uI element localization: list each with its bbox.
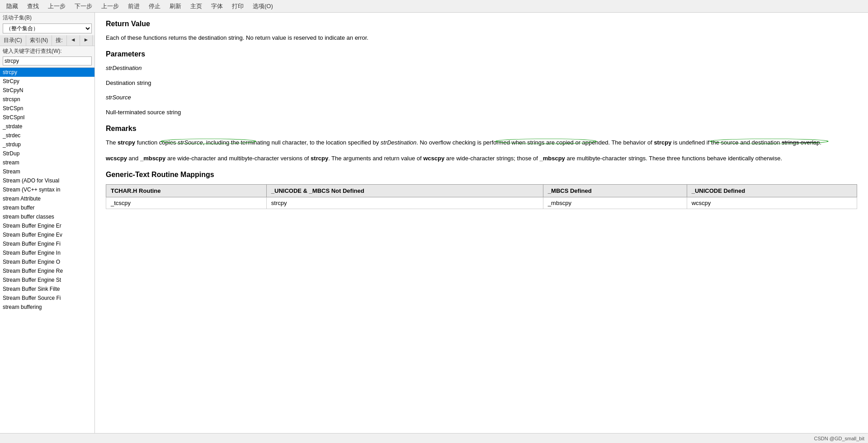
list-item[interactable]: StrCSpnI (0, 113, 94, 122)
toolbar-font-btn[interactable]: 字体 (208, 1, 226, 11)
content-area: Return Value Each of these functions ret… (95, 13, 868, 433)
remarks-para2: wcscpy and _mbscpy are wide-character an… (106, 154, 857, 163)
table-row: _tcscpystrcpy_mbscpywcscpy (106, 197, 857, 209)
list-item[interactable]: stream buffer classes (0, 212, 94, 221)
list-item[interactable]: _strdec (0, 131, 94, 140)
status-bar: CSDN @GD_small_bit (0, 433, 868, 443)
status-text: CSDN @GD_small_bit (814, 436, 864, 441)
list-item[interactable]: _strdup (0, 140, 94, 149)
toolbar-options-btn[interactable]: 选项(O) (250, 1, 276, 11)
strcpy-bold-1: strcpy (118, 139, 135, 146)
list-item[interactable]: StrCSpn (0, 104, 94, 113)
toolbar-prev-btn[interactable]: 上一步 (45, 1, 68, 11)
list-item[interactable]: stream Attribute (0, 194, 94, 203)
table-header-row: TCHAR.H Routine _UNICODE & _MBCS Not Def… (106, 184, 857, 197)
list-item[interactable]: Stream Buffer Source Fi (0, 294, 94, 303)
list-item[interactable]: Stream Buffer Engine O (0, 257, 94, 266)
toolbar-stop-btn[interactable]: 停止 (146, 1, 163, 11)
col-mbcs: _MBCS Defined (543, 184, 687, 197)
list-item[interactable]: StrCpy (0, 77, 94, 86)
strdestination-italic-1: strDestination (381, 139, 416, 146)
list-item[interactable]: stream (0, 158, 94, 167)
wcscpy-bold: wcscpy (106, 155, 127, 162)
remarks-para1: The strcpy function copies strSource, in… (106, 138, 857, 148)
remarks-heading: Remarks (106, 125, 857, 133)
mapping-table: TCHAR.H Routine _UNICODE & _MBCS Not Def… (106, 184, 857, 209)
search-input[interactable] (3, 56, 92, 65)
nav-next-arrow[interactable]: ► (80, 35, 93, 46)
sidebar-tabs: 目录(C) 索引(N) 搜: ◄ ► (0, 35, 94, 46)
list-item[interactable]: Stream (ADO for Visual (0, 176, 94, 185)
tab-search[interactable]: 搜: (52, 35, 66, 46)
list-item[interactable]: stream buffer (0, 203, 94, 212)
return-value-text: Each of these functions returns the dest… (106, 33, 857, 43)
tab-contents[interactable]: 目录(C) (0, 35, 26, 46)
table-cell: wcscpy (687, 197, 857, 209)
generic-heading: Generic-Text Routine Mappings (106, 171, 857, 179)
strcpy-bold-2: strcpy (654, 139, 671, 146)
sidebar: 活动子集(B) （整个集合） 目录(C) 索引(N) 搜: ◄ ► 键入关键字进… (0, 13, 95, 433)
strikethrough-text: strings overlap (782, 139, 820, 146)
col-unicode: _UNICODE Defined (687, 184, 857, 197)
toolbar-hide-btn[interactable]: 隐藏 (4, 1, 21, 11)
return-value-heading: Return Value (106, 20, 857, 28)
table-cell: _mbscpy (543, 197, 687, 209)
parameters-heading: Parameters (106, 50, 857, 58)
param2-name: strSource (106, 93, 857, 103)
param1-desc: Destination string (106, 79, 857, 88)
search-input-wrapper (0, 56, 94, 67)
tab-index[interactable]: 索引(N) (26, 35, 52, 46)
param1-name: strDestination (106, 64, 857, 73)
toolbar-refresh-btn[interactable]: 刷新 (167, 1, 184, 11)
search-label: 键入关键字进行查找(W): (0, 46, 94, 56)
list-item[interactable]: Stream (VC++ syntax in (0, 185, 94, 194)
keyword-list[interactable]: strcpyStrCpyStrCpyNstrcspnStrCSpnStrCSpn… (0, 67, 94, 433)
list-item[interactable]: Stream Buffer Sink Filte (0, 284, 94, 294)
table-cell: _tcscpy (106, 197, 267, 209)
toolbar-back-btn[interactable]: 上一步 (99, 1, 122, 11)
table-cell: strcpy (266, 197, 543, 209)
list-item[interactable]: strcspn (0, 95, 94, 104)
col-unicode-mbcs: _UNICODE & _MBCS Not Defined (266, 184, 543, 197)
list-item[interactable]: Stream Buffer Engine Re (0, 266, 94, 275)
mbscpy-bold: _mbscpy (140, 155, 165, 162)
param2-desc: Null-terminated source string (106, 108, 857, 117)
remarks-wrapper: The strcpy function copies strSource, in… (106, 138, 857, 148)
list-item[interactable]: _strdate (0, 122, 94, 131)
nav-prev-arrow[interactable]: ◄ (67, 35, 80, 46)
list-item[interactable]: strcpy (0, 68, 94, 77)
wcscpy-bold-2: wcscpy (423, 155, 444, 162)
list-item[interactable]: StrDup (0, 149, 94, 158)
subset-dropdown[interactable]: （整个集合） (3, 23, 92, 33)
strcpy-bold-3: strcpy (311, 155, 328, 162)
list-item[interactable]: StrCpyN (0, 86, 94, 95)
list-item[interactable]: Stream Buffer Engine Fi (0, 239, 94, 248)
toolbar-next-btn[interactable]: 下一步 (72, 1, 95, 11)
strsource-italic-1: strSource (178, 139, 203, 146)
toolbar-forward-btn[interactable]: 前进 (125, 1, 142, 11)
mbscpy-bold-2: _mbscpy (539, 155, 565, 162)
list-item[interactable]: Stream Buffer Engine In (0, 248, 94, 257)
main-container: 活动子集(B) （整个集合） 目录(C) 索引(N) 搜: ◄ ► 键入关键字进… (0, 13, 868, 433)
col-tchar: TCHAR.H Routine (106, 184, 267, 197)
list-item[interactable]: Stream Buffer Engine Ev (0, 230, 94, 239)
active-subset-label: 活动子集(B) (0, 13, 94, 23)
toolbar: 隐藏 查找 上一步 下一步 上一步 前进 停止 刷新 主页 字体 打印 选项(O… (0, 0, 868, 13)
list-item[interactable]: Stream Buffer Engine Er (0, 221, 94, 230)
toolbar-home-btn[interactable]: 主页 (188, 1, 205, 11)
toolbar-find-btn[interactable]: 查找 (24, 1, 42, 11)
list-item[interactable]: stream buffering (0, 303, 94, 312)
toolbar-print-btn[interactable]: 打印 (229, 1, 246, 11)
list-item[interactable]: Stream Buffer Engine St (0, 275, 94, 284)
list-item[interactable]: Stream (0, 167, 94, 176)
